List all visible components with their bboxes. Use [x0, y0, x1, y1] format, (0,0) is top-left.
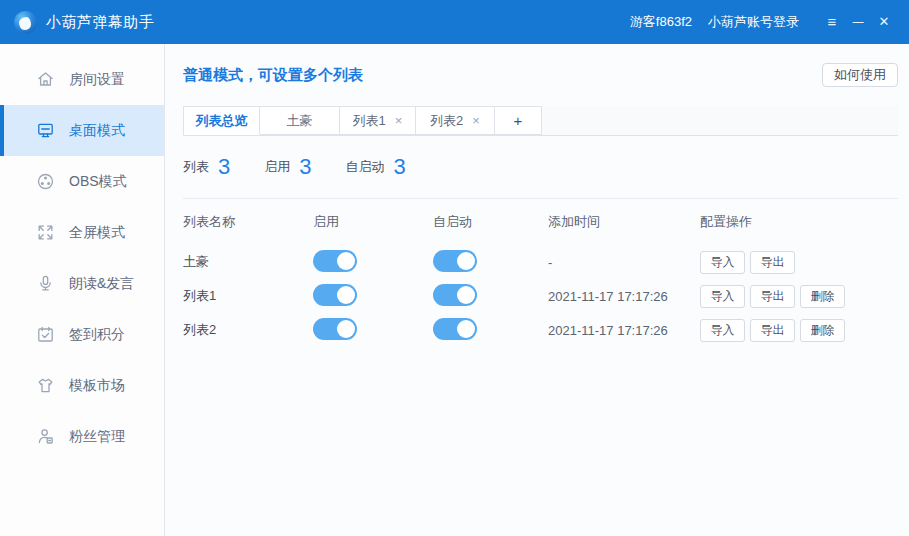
action-button-删除[interactable]: 删除 — [800, 319, 845, 342]
toggle-knob — [337, 252, 355, 270]
column-header: 启用 — [313, 213, 433, 231]
tab-列表1[interactable]: 列表1× — [340, 106, 416, 135]
microphone-icon — [36, 274, 55, 293]
content-header: 普通模式，可设置多个列表 如何使用 — [183, 44, 898, 106]
desktop-icon — [36, 121, 55, 140]
tab-label: 列表总览 — [196, 112, 248, 130]
stat-label: 启用 — [264, 158, 290, 176]
actions-cell: 导入导出 — [700, 251, 898, 274]
toggle-knob — [457, 320, 475, 338]
stats-row: 列表3启用3自启动3 — [183, 136, 898, 198]
table-row-列表2: 列表22021-11-17 17:17:26导入导出删除 — [183, 313, 898, 347]
sidebar-item-签到积分[interactable]: 签到积分 — [0, 309, 164, 360]
added-time: - — [548, 255, 700, 270]
table-header-row: 列表名称启用自启动添加时间配置操作 — [183, 199, 898, 245]
sidebar-item-朗读&发言[interactable]: 朗读&发言 — [0, 258, 164, 309]
actions-cell: 导入导出删除 — [700, 319, 898, 342]
app-title: 小葫芦弹幕助手 — [46, 13, 155, 32]
sidebar-item-label: 全屏模式 — [69, 224, 125, 242]
list-name: 列表1 — [183, 287, 313, 305]
autostart-toggle[interactable] — [433, 318, 477, 340]
action-button-导入[interactable]: 导入 — [700, 285, 745, 308]
autostart-toggle[interactable] — [433, 250, 477, 272]
added-time: 2021-11-17 17:17:26 — [548, 289, 700, 304]
tab-列表总览[interactable]: 列表总览 — [183, 106, 260, 135]
page-title: 普通模式，可设置多个列表 — [183, 66, 363, 85]
sidebar-item-模板市场[interactable]: 模板市场 — [0, 360, 164, 411]
sidebar-item-label: 粉丝管理 — [69, 428, 125, 446]
sidebar-item-label: 朗读&发言 — [69, 275, 134, 293]
guest-user-label[interactable]: 游客f863f2 — [630, 13, 692, 31]
add-tab-button[interactable]: + — [495, 106, 542, 135]
column-header: 列表名称 — [183, 213, 313, 231]
app-logo-icon — [14, 11, 37, 34]
tab-列表2[interactable]: 列表2× — [416, 106, 495, 135]
tab-bar: 列表总览土豪列表1×列表2×+ — [183, 106, 898, 136]
obs-icon — [36, 172, 55, 191]
action-button-导出[interactable]: 导出 — [750, 251, 795, 274]
sidebar: 房间设置桌面模式OBS模式全屏模式朗读&发言签到积分模板市场粉丝管理 — [0, 44, 165, 536]
home-icon — [36, 70, 55, 89]
enable-toggle[interactable] — [313, 318, 357, 340]
stat-value: 3 — [394, 154, 406, 180]
list-name: 土豪 — [183, 253, 313, 271]
close-icon[interactable]: ✕ — [871, 0, 897, 44]
list-table: 列表名称启用自启动添加时间配置操作土豪-导入导出列表12021-11-17 17… — [183, 199, 898, 347]
fans-icon — [36, 427, 55, 446]
window-body: 房间设置桌面模式OBS模式全屏模式朗读&发言签到积分模板市场粉丝管理 普通模式，… — [0, 44, 909, 536]
list-name: 列表2 — [183, 321, 313, 339]
column-header: 添加时间 — [548, 213, 700, 231]
sidebar-item-全屏模式[interactable]: 全屏模式 — [0, 207, 164, 258]
stat-label: 列表 — [183, 158, 209, 176]
sidebar-item-label: 模板市场 — [69, 377, 125, 395]
sidebar-item-label: 签到积分 — [69, 326, 125, 344]
calendar-check-icon — [36, 325, 55, 344]
sidebar-item-粉丝管理[interactable]: 粉丝管理 — [0, 411, 164, 462]
tab-label: + — [514, 112, 523, 129]
tab-label: 土豪 — [287, 112, 313, 130]
stat-value: 3 — [299, 154, 311, 180]
autostart-toggle[interactable] — [433, 284, 477, 306]
sidebar-item-房间设置[interactable]: 房间设置 — [0, 54, 164, 105]
enable-toggle[interactable] — [313, 250, 357, 272]
table-row-土豪: 土豪-导入导出 — [183, 245, 898, 279]
fullscreen-icon — [36, 223, 55, 242]
menu-icon[interactable]: ≡ — [819, 0, 845, 44]
sidebar-item-OBS模式[interactable]: OBS模式 — [0, 156, 164, 207]
tab-label: 列表2 — [430, 112, 463, 130]
action-button-导出[interactable]: 导出 — [750, 319, 795, 342]
titlebar: 小葫芦弹幕助手 游客f863f2 小葫芦账号登录 ≡ ─ ✕ — [0, 0, 909, 44]
toggle-knob — [337, 320, 355, 338]
action-button-导入[interactable]: 导入 — [700, 251, 745, 274]
stat-value: 3 — [218, 154, 230, 180]
account-login-link[interactable]: 小葫芦账号登录 — [708, 13, 799, 31]
tab-close-icon[interactable]: × — [395, 113, 403, 128]
sidebar-item-label: 桌面模式 — [69, 122, 125, 140]
tab-label: 列表1 — [353, 112, 386, 130]
action-button-导出[interactable]: 导出 — [750, 285, 795, 308]
table-row-列表1: 列表12021-11-17 17:17:26导入导出删除 — [183, 279, 898, 313]
minimize-icon[interactable]: ─ — [845, 0, 871, 44]
enable-toggle[interactable] — [313, 284, 357, 306]
sidebar-item-桌面模式[interactable]: 桌面模式 — [0, 105, 164, 156]
toggle-knob — [337, 286, 355, 304]
action-button-导入[interactable]: 导入 — [700, 319, 745, 342]
column-header: 自启动 — [433, 213, 548, 231]
app-window: 小葫芦弹幕助手 游客f863f2 小葫芦账号登录 ≡ ─ ✕ 房间设置桌面模式O… — [0, 0, 909, 536]
tab-土豪[interactable]: 土豪 — [260, 106, 340, 135]
action-button-删除[interactable]: 删除 — [800, 285, 845, 308]
actions-cell: 导入导出删除 — [700, 285, 898, 308]
toggle-knob — [457, 252, 475, 270]
stat-列表: 列表3 — [183, 154, 230, 180]
tab-close-icon[interactable]: × — [472, 113, 480, 128]
column-header: 配置操作 — [700, 213, 898, 231]
tshirt-icon — [36, 376, 55, 395]
stat-label: 自启动 — [346, 158, 385, 176]
sidebar-item-label: OBS模式 — [69, 173, 127, 191]
stat-启用: 启用3 — [264, 154, 311, 180]
stat-自启动: 自启动3 — [346, 154, 406, 180]
main-content: 普通模式，可设置多个列表 如何使用 列表总览土豪列表1×列表2×+ 列表3启用3… — [165, 44, 909, 536]
added-time: 2021-11-17 17:17:26 — [548, 323, 700, 338]
help-button[interactable]: 如何使用 — [822, 63, 898, 87]
sidebar-item-label: 房间设置 — [69, 71, 125, 89]
